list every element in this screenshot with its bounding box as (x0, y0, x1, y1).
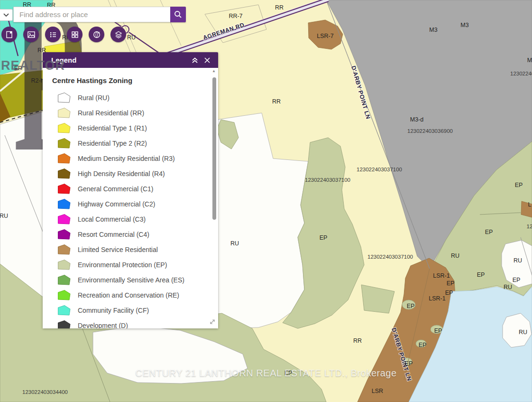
legend-item: Residential Type 2 (R2) (52, 136, 217, 151)
legend-item-label: General Commercial (C1) (78, 185, 153, 193)
legend-item: Rural Residential (RR) (52, 105, 217, 121)
chevron-down-icon (3, 13, 9, 17)
map-label: RU (519, 329, 527, 336)
map-label: EP (320, 234, 328, 241)
legend-swatch (58, 244, 71, 255)
map-label: RU (230, 240, 239, 247)
close-button[interactable] (201, 54, 213, 66)
map-label: RR-7 (229, 13, 242, 19)
double-chevron-up-icon (191, 57, 199, 64)
panel-resize-handle[interactable] (210, 318, 215, 327)
map-label: EP (434, 327, 442, 334)
map-label: L (528, 201, 532, 208)
legend-item: Limited Service Residential (52, 242, 217, 257)
legend-item: Development (D) (52, 318, 217, 328)
globe-button[interactable] (89, 27, 104, 42)
legend-list-button[interactable] (45, 27, 61, 42)
legend-item: Resort Commercial (C4) (52, 227, 217, 242)
legend-swatch (58, 229, 71, 240)
legend-swatch (58, 275, 71, 285)
map-label: EP (477, 271, 485, 278)
legend-swatch (58, 93, 71, 103)
map-label: RR (353, 337, 362, 344)
legend-items: Rural (RU)Rural Residential (RR)Resident… (52, 90, 217, 328)
map-label: R2-h (31, 77, 44, 84)
legend-swatch (58, 199, 71, 209)
map-label: 123022403037100 (357, 167, 402, 172)
legend-scrollbar[interactable]: ▲ (212, 68, 217, 328)
legend-swatch (58, 184, 71, 194)
map-label: EP (407, 303, 415, 309)
map-label: M (527, 57, 532, 64)
list-icon (49, 30, 57, 39)
legend-item: Rural (RU) (52, 90, 217, 105)
legend-item: Local Commercial (C3) (52, 212, 217, 227)
legend-item-label: High Density Residential (R4) (78, 170, 165, 178)
map-label: RU (451, 252, 459, 259)
search-input[interactable] (13, 7, 170, 22)
legend-panel-title: Legend (51, 56, 189, 64)
map-label: EP (14, 65, 22, 72)
legend-item-label: Local Commercial (C3) (78, 215, 146, 223)
map-label: 1230224030 (510, 71, 532, 76)
map-viewer: { "search": { "placeholder": "Find addre… (0, 0, 532, 402)
search-source-dropdown[interactable] (0, 9, 13, 21)
scroll-up-arrow[interactable]: ▲ (212, 69, 216, 73)
legend-item: Residential Type 1 (R1) (52, 121, 217, 136)
legend-section-title: Centre Hastings Zoning (52, 76, 217, 84)
legend-item-label: Residential Type 2 (R2) (78, 140, 147, 147)
legend-item-label: Highway Commercial (C2) (78, 200, 155, 208)
map-label: RU (504, 284, 512, 290)
bookmark-icon (5, 30, 14, 39)
close-icon (204, 57, 211, 64)
bookmarks-button[interactable] (1, 27, 17, 42)
search-icon (174, 10, 182, 19)
map-label: EP (284, 370, 293, 376)
map-label: M3-d (410, 116, 424, 123)
legend-item: Medium Density Residential (R3) (52, 151, 217, 166)
map-label: M3 (429, 27, 437, 33)
legend-panel-body: Centre Hastings Zoning Rural (RU)Rural R… (43, 68, 218, 328)
map-label: EP (405, 360, 413, 367)
search-button[interactable] (170, 7, 186, 22)
legend-item-label: Rural (RU) (78, 94, 110, 102)
legend-swatch (58, 260, 71, 270)
collapse-button[interactable] (189, 54, 201, 66)
map-label: 123022403037100 (367, 254, 413, 260)
map-label: 123022403037100 (305, 177, 350, 183)
map-label: RU (127, 34, 136, 41)
legend-item-label: Rural Residential (RR) (78, 109, 144, 117)
layers-icon (114, 30, 123, 39)
legend-swatch (58, 123, 71, 133)
legend-swatch (58, 214, 71, 224)
map-image-button[interactable] (23, 27, 39, 42)
map-label: EP (419, 342, 427, 348)
legend-item-label: Medium Density Residential (R3) (78, 155, 175, 162)
legend-swatch (58, 305, 71, 316)
basemap-gallery-button[interactable] (67, 27, 83, 42)
legend-panel-header[interactable]: Legend (43, 52, 218, 68)
layers-button[interactable] (110, 27, 126, 42)
legend-item-label: Environmental Protection (EP) (78, 261, 167, 269)
legend-item-label: Recreation and Conservation (RE) (78, 291, 179, 299)
globe-icon (92, 30, 101, 39)
grid-icon (71, 30, 79, 39)
map-label: EP (445, 290, 453, 296)
legend-item-label: Limited Service Residential (78, 246, 158, 253)
map-label: 123022403036900 (407, 128, 453, 134)
legend-item-label: Environmentally Sensitive Area (ES) (78, 276, 184, 284)
scrollbar-thumb[interactable] (212, 77, 216, 220)
map-label: LSR-1 (429, 295, 445, 302)
legend-swatch (58, 138, 71, 149)
search-bar (13, 7, 186, 22)
map-toolbar (1, 27, 126, 42)
legend-swatch (58, 320, 71, 328)
map-label: RR (275, 4, 284, 11)
legend-item: Environmentally Sensitive Area (ES) (52, 272, 217, 288)
resize-icon (210, 319, 215, 325)
legend-item-label: Residential Type 1 (R1) (78, 124, 147, 132)
map-label: RR (272, 98, 281, 105)
legend-item: Environmental Protection (EP) (52, 257, 217, 272)
legend-item: Highway Commercial (C2) (52, 196, 217, 212)
map-label: EP (513, 277, 521, 283)
